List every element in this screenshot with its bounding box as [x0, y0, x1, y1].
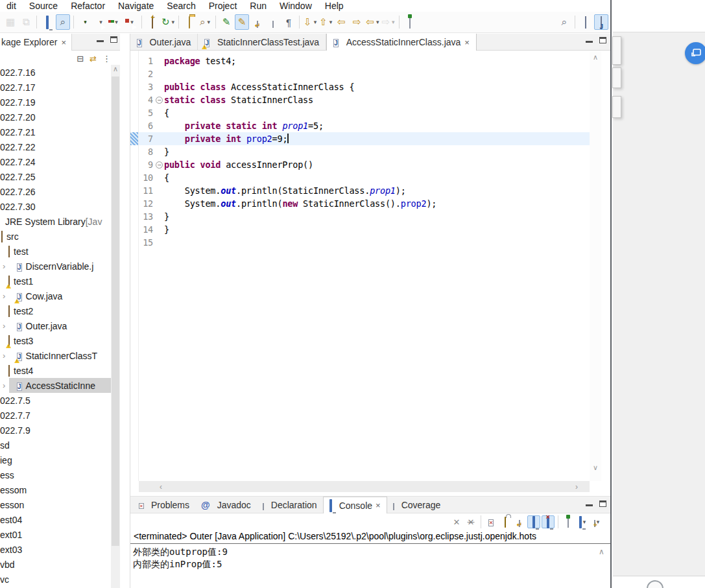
tree-item-essom[interactable]: essom [0, 482, 111, 497]
next-annotation-icon[interactable]: ⇩▾ [303, 14, 317, 30]
mark-occurrences-icon[interactable]: ✎ [235, 14, 249, 30]
tree-item-test2[interactable]: test2 [0, 303, 111, 318]
search-icon[interactable]: ⌕ [557, 14, 571, 30]
save-icon[interactable]: ▦ [3, 14, 18, 30]
dropdown-icon[interactable]: ▾ [329, 19, 333, 25]
show-stdout-icon[interactable] [527, 515, 540, 528]
tree-item-022-7-17[interactable]: 022.7.17 [0, 80, 111, 95]
fold-collapse-icon[interactable]: − [156, 161, 163, 169]
console-tab-coverage[interactable]: Coverage [387, 497, 447, 513]
close-icon[interactable]: × [376, 500, 381, 510]
search-flashlight-icon[interactable]: ⌕▾ [198, 14, 212, 30]
tree-item-022-7-22[interactable]: 022.7.22 [0, 139, 111, 154]
scroll-down-icon[interactable]: ∨ [590, 464, 601, 472]
remove-all-launches-icon[interactable]: ✕ [464, 515, 477, 528]
menu-navigate[interactable]: Navigate [112, 1, 160, 11]
pin-console-icon[interactable] [562, 515, 575, 528]
minimize-icon[interactable] [586, 500, 593, 506]
open-type-icon[interactable] [182, 14, 197, 30]
save-all-icon[interactable]: ⧉ [19, 14, 33, 30]
tree-item-cow-java[interactable]: ›JCow.java [0, 288, 111, 303]
maximize-icon[interactable] [599, 500, 606, 507]
floating-screenshot-button[interactable] [685, 42, 705, 64]
coverage-run-icon[interactable]: ▾ [108, 14, 123, 30]
back-edit-icon[interactable]: ⇦ [334, 14, 348, 30]
forward-edit-icon[interactable]: ⇨ [350, 14, 364, 30]
remove-launch-icon[interactable]: ✕ [450, 515, 463, 528]
tree-item-022-7-9[interactable]: 022.7.9 [0, 423, 111, 438]
menu-window[interactable]: Window [273, 1, 318, 11]
close-icon[interactable]: × [61, 38, 66, 47]
dropdown-icon[interactable]: ▾ [314, 19, 317, 25]
tree-item-outer-java[interactable]: ›JOuter.java [0, 318, 111, 333]
debug-icon[interactable]: ▾ [77, 14, 91, 30]
forward-icon[interactable]: ⇨▾ [381, 14, 395, 30]
tree-item-022-7-5[interactable]: 022.7.5 [0, 393, 111, 408]
tree-item-022-7-24[interactable]: 022.7.24 [0, 154, 111, 169]
tree-item-staticinnerclasst[interactable]: ›JStaticInnerClassT [0, 348, 111, 363]
console-tab-declaration[interactable]: Declaration [257, 497, 323, 513]
console-view-icon[interactable] [40, 14, 54, 30]
refresh-icon[interactable]: ↻▾ [161, 14, 175, 30]
tree-item-022-7-21[interactable]: 022.7.21 [0, 124, 111, 139]
menu-refactor[interactable]: Refactor [64, 1, 112, 11]
tree-item-022-7-20[interactable]: 022.7.20 [0, 110, 111, 124]
sidebar-scrollbar[interactable]: ∧ [111, 65, 120, 588]
open-perspective-icon[interactable] [579, 14, 593, 30]
maximize-icon[interactable] [110, 36, 117, 43]
display-console-icon[interactable]: ▾ [576, 515, 589, 528]
chevron-right-icon[interactable]: › [3, 291, 9, 301]
view-menu-icon[interactable]: ⋮ [102, 54, 111, 64]
show-whitespace-icon[interactable]: ¶ [281, 14, 296, 30]
chevron-right-icon[interactable]: › [3, 381, 9, 390]
editor-tab-staticinnerclasstest-java[interactable]: JStaticInnerClassTest.java [198, 34, 326, 51]
collapse-all-icon[interactable]: ⊟ [77, 54, 84, 64]
dropdown-icon[interactable]: ▾ [376, 19, 379, 25]
maximize-icon[interactable] [599, 37, 606, 43]
menu-search[interactable]: Search [160, 1, 202, 11]
menu-project[interactable]: Project [202, 1, 244, 11]
menu-run[interactable]: Run [243, 1, 273, 11]
editor-tab-accessstaticinnerclass-java[interactable]: JAccessStaticInnerClass.java× [326, 34, 477, 51]
dropdown-icon[interactable]: ▾ [583, 519, 586, 525]
tree-item-discernvariable-j[interactable]: ›JDiscernVariable.j [0, 259, 111, 274]
tree-item-sd[interactable]: sd [0, 438, 111, 453]
tree-item-est04[interactable]: est04 [0, 512, 111, 527]
tree-item-accessstaticinne[interactable]: ›JAccessStaticInne [0, 378, 111, 393]
tree-item-jre-system-library-[interactable]: JRE System Library [Jav [0, 214, 111, 229]
show-selected-element-icon[interactable]: ⌕ [56, 14, 70, 30]
code-editor[interactable]: 1package test4;23public class AccessStat… [139, 54, 590, 249]
chevron-right-icon[interactable]: › [3, 321, 9, 331]
clear-console-icon[interactable]: ✕ [484, 515, 497, 528]
new-java-project-icon[interactable]: + [145, 14, 160, 30]
show-stderr-icon[interactable] [542, 515, 555, 528]
back-icon[interactable]: ⇦▾ [365, 14, 379, 30]
last-edit-pen-icon[interactable]: ✎ [219, 14, 233, 30]
previous-annotation-icon[interactable]: ⇧▾ [318, 14, 333, 30]
scroll-up-icon[interactable]: ∧ [590, 53, 601, 62]
tree-item-test3[interactable]: test3 [0, 333, 111, 348]
scroll-up-icon[interactable]: ∧ [599, 547, 604, 556]
tree-item-vc[interactable]: vc [0, 572, 111, 587]
tree-item-esson[interactable]: esson [0, 497, 111, 512]
scrollbar-thumb[interactable] [112, 76, 119, 546]
doc-icon[interactable] [266, 14, 280, 30]
tree-item-ext01[interactable]: ext01 [0, 527, 111, 542]
tree-item-vbd[interactable]: vbd [0, 557, 111, 572]
dropdown-icon[interactable]: ▾ [172, 19, 175, 25]
terminate-icon[interactable] [436, 515, 449, 528]
dropdown-icon[interactable]: ▾ [392, 19, 395, 25]
tree-item-ess[interactable]: ess [0, 467, 111, 482]
editor-tab-outer-java[interactable]: JOuter.java [130, 34, 198, 51]
tree-item-022-7-30[interactable]: 022.7.30 [0, 199, 111, 214]
tree-item-022-7-7[interactable]: 022.7.7 [0, 408, 111, 423]
profile-run-icon[interactable]: ▾ [124, 14, 138, 30]
menu-dit[interactable]: dit [0, 1, 23, 11]
console-tab-console[interactable]: Console× [323, 497, 387, 513]
console-tab-problems[interactable]: ✕Problems [133, 497, 195, 513]
tree-item-ext03[interactable]: ext03 [0, 542, 111, 557]
fold-collapse-icon[interactable]: − [156, 97, 163, 104]
java-perspective-icon[interactable] [594, 14, 608, 30]
minimize-icon[interactable] [97, 36, 104, 42]
minimize-icon[interactable] [586, 37, 593, 43]
